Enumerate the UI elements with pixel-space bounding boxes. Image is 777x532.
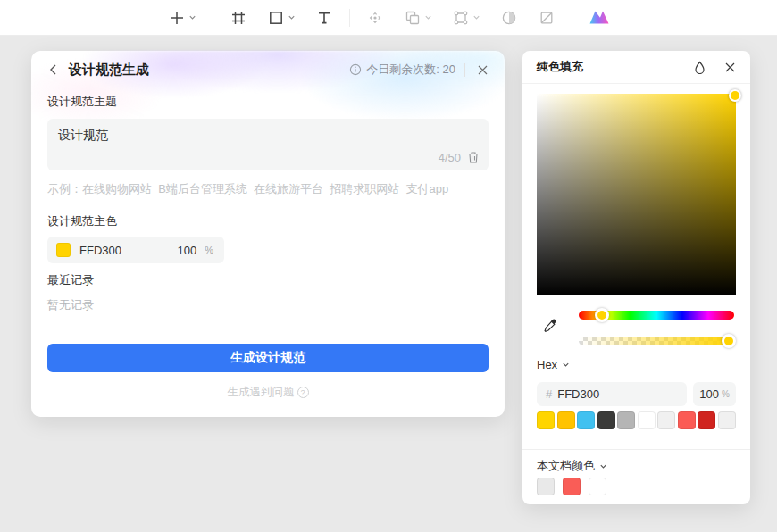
chevron-left-icon <box>47 63 60 76</box>
back-button[interactable] <box>46 62 62 78</box>
crop-icon <box>538 9 556 27</box>
char-counter: 4/50 <box>439 151 461 164</box>
examples-hint: 示例：在线购物网站 B端后台管理系统 在线旅游平台 招聘求职网站 支付app <box>47 181 448 197</box>
alpha-slider-thumb[interactable] <box>722 334 736 348</box>
color-picker-panel: 纯色填充 <box>522 51 750 504</box>
main-color-label: 设计规范主色 <box>47 213 117 229</box>
rectangle-tool-button[interactable] <box>263 6 299 29</box>
alpha-gradient <box>579 337 734 345</box>
document-color-swatches <box>537 478 606 495</box>
color-swatch[interactable] <box>537 478 555 495</box>
alpha-slider[interactable] <box>579 337 734 345</box>
eyedropper-button[interactable] <box>540 316 560 336</box>
hue-slider[interactable] <box>579 311 734 320</box>
top-toolbar <box>0 0 777 36</box>
color-swatch[interactable] <box>577 411 595 429</box>
color-opacity-value: 100 <box>178 244 197 257</box>
hex-prefix: # <box>546 387 552 401</box>
color-swatch[interactable] <box>617 411 635 429</box>
info-icon <box>349 63 362 76</box>
chevron-down-icon <box>599 462 607 470</box>
selection-group-button[interactable] <box>448 6 484 29</box>
color-swatch[interactable] <box>537 411 555 429</box>
frame-icon <box>230 9 247 27</box>
close-panel-button[interactable] <box>474 62 490 78</box>
color-swatch[interactable] <box>698 411 715 429</box>
recent-records-empty: 暂无记录 <box>47 297 94 313</box>
theme-label: 设计规范主题 <box>47 94 117 110</box>
move-icon <box>366 9 384 27</box>
recent-records-label: 最近记录 <box>47 272 94 288</box>
chevron-down-icon <box>424 13 432 21</box>
opacity-input-unit: % <box>722 389 730 399</box>
color-hex-value: FFD300 <box>79 244 121 257</box>
chevron-down-icon <box>562 361 570 369</box>
plus-icon <box>168 9 186 27</box>
blend-droplet-button[interactable] <box>691 59 707 75</box>
question-circle-icon: ? <box>297 387 309 398</box>
header-divider <box>464 63 465 77</box>
hex-input-value: FFD300 <box>557 387 599 401</box>
design-spec-panel: 设计规范生成 今日剩余次数: 20 设计规范主题 设计规范 4/50 <box>31 51 505 417</box>
generate-button[interactable]: 生成设计规范 <box>47 344 489 372</box>
theme-input-value: 设计规范 <box>58 128 108 144</box>
toolbar-divider <box>213 9 213 27</box>
crop-tool-button[interactable] <box>534 6 559 29</box>
help-link[interactable]: 生成遇到问题 ? <box>31 385 505 400</box>
picker-divider <box>522 449 750 450</box>
help-link-text: 生成遇到问题 <box>228 385 295 400</box>
close-icon <box>724 62 736 73</box>
color-swatch[interactable] <box>718 411 736 429</box>
color-swatch[interactable] <box>563 478 581 495</box>
ai-assistant-button[interactable] <box>585 6 614 29</box>
mask-tool-button[interactable] <box>497 6 522 29</box>
chevron-down-icon <box>472 13 480 21</box>
color-swatch[interactable] <box>638 411 656 429</box>
add-tool-button[interactable] <box>164 6 200 29</box>
color-opacity-unit: % <box>205 245 213 255</box>
color-swatch[interactable] <box>657 411 675 429</box>
theme-input[interactable]: 设计规范 4/50 <box>47 119 489 170</box>
move-tool-button[interactable] <box>363 6 388 29</box>
boolean-shapes-icon <box>404 9 422 27</box>
sv-cursor[interactable] <box>729 89 741 102</box>
color-chip[interactable] <box>56 243 71 257</box>
quota-info[interactable]: 今日剩余次数: 20 <box>349 62 455 78</box>
toolbar-divider <box>572 9 572 27</box>
color-swatch[interactable] <box>678 411 696 429</box>
chevron-down-icon <box>188 13 196 21</box>
main-color-input[interactable]: FFD300 100 % <box>47 237 224 263</box>
frame-tool-button[interactable] <box>226 6 251 29</box>
droplet-icon <box>694 61 706 74</box>
opacity-input[interactable]: 100 % <box>693 382 736 406</box>
trash-icon[interactable] <box>467 151 480 164</box>
color-format-label: Hex <box>537 358 557 371</box>
color-swatch[interactable] <box>597 411 615 429</box>
color-swatch[interactable] <box>589 478 606 495</box>
document-colors-toggle[interactable]: 本文档颜色 <box>537 458 607 474</box>
color-picker-header: 纯色填充 <box>522 51 750 84</box>
toolbar-divider <box>349 9 350 27</box>
quota-text: 今日剩余次数: 20 <box>366 62 455 78</box>
text-tool-button[interactable] <box>312 6 337 29</box>
color-swatch[interactable] <box>557 411 575 429</box>
preset-swatches <box>537 411 736 429</box>
text-icon <box>315 9 333 27</box>
design-spec-header: 设计规范生成 今日剩余次数: 20 <box>31 51 505 88</box>
color-format-dropdown[interactable]: Hex <box>537 358 570 371</box>
close-picker-button[interactable] <box>722 59 738 75</box>
close-icon <box>477 64 489 76</box>
boolean-shapes-button[interactable] <box>400 6 436 29</box>
opacity-input-value: 100 <box>699 387 719 401</box>
hue-slider-thumb[interactable] <box>595 308 609 322</box>
selection-group-icon <box>452 9 470 27</box>
eyedropper-icon <box>542 318 558 334</box>
color-picker-title: 纯色填充 <box>537 59 583 75</box>
panel-title: 设计规范生成 <box>69 62 149 79</box>
rectangle-icon <box>267 9 285 27</box>
mask-icon <box>500 9 518 27</box>
saturation-value-area[interactable] <box>537 94 736 295</box>
hex-input[interactable]: # FFD300 <box>537 382 687 406</box>
chevron-down-icon <box>288 13 296 21</box>
document-colors-label: 本文档颜色 <box>537 458 595 474</box>
